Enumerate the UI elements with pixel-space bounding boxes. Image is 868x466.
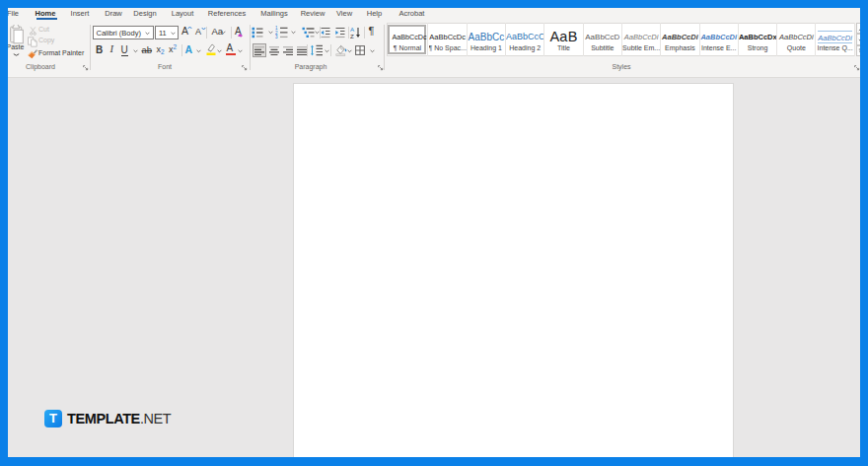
svg-text:Z: Z: [350, 33, 354, 39]
svg-text:3: 3: [275, 35, 278, 39]
